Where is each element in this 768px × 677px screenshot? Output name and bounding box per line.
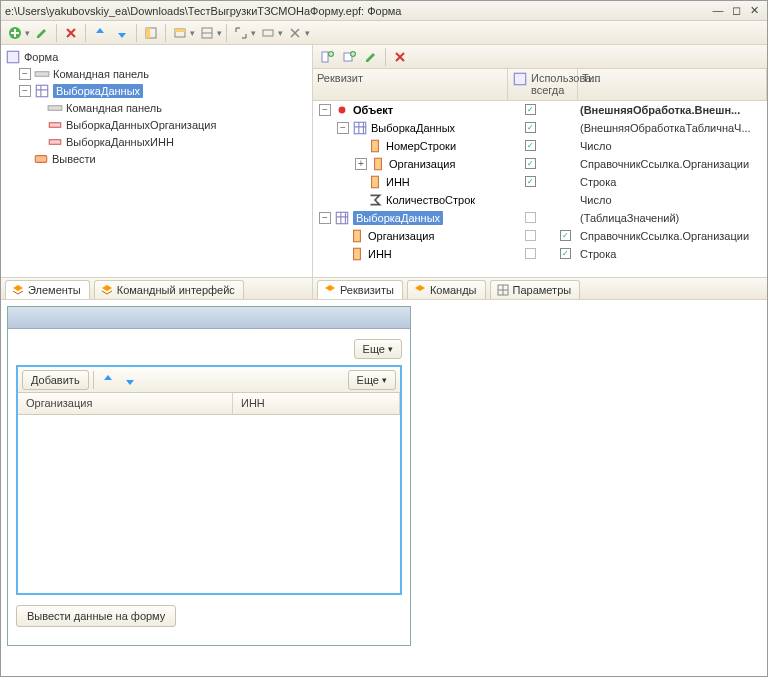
svg-rect-6 — [263, 30, 273, 36]
more-button[interactable]: Еще ▾ — [348, 370, 396, 390]
expand1-icon[interactable] — [231, 23, 251, 43]
add-icon[interactable] — [5, 23, 25, 43]
checkbox[interactable] — [525, 104, 536, 115]
button-icon — [33, 152, 49, 166]
stack-icon — [414, 284, 426, 296]
svg-rect-14 — [322, 52, 328, 62]
checkbox[interactable] — [525, 176, 536, 187]
edit-attr-icon[interactable] — [361, 47, 381, 67]
tab-cmd-interface[interactable]: Командный интерфейс — [94, 280, 244, 299]
tab-elements[interactable]: Элементы — [5, 280, 90, 299]
attr-grid[interactable]: −Объект(ВнешняяОбработка.Внешн...−Выборк… — [313, 101, 767, 277]
expand-toggle[interactable]: − — [319, 212, 331, 224]
layout1-icon[interactable] — [170, 23, 190, 43]
form-tree-pane: Форма −Командная панель −ВыборкаДанных К… — [1, 45, 313, 299]
tree-node-selected[interactable]: ВыборкаДанных — [53, 84, 143, 98]
grid-icon — [497, 284, 509, 296]
checkbox[interactable] — [525, 122, 536, 133]
tree-node[interactable]: Форма — [24, 51, 58, 63]
tree-node[interactable]: ВыборкаДанныхИНН — [66, 136, 174, 148]
attr-row[interactable]: +ОрганизацияСправочникСсылка.Организации — [313, 155, 767, 173]
move-down-icon[interactable] — [112, 23, 132, 43]
minimize-button[interactable]: — — [709, 4, 727, 18]
expand-toggle[interactable]: − — [337, 122, 349, 134]
preview-titlebar — [8, 307, 410, 329]
delete-icon[interactable] — [61, 23, 81, 43]
panel-icon[interactable] — [141, 23, 161, 43]
stack-icon — [101, 284, 113, 296]
svg-rect-12 — [49, 139, 60, 144]
col-org[interactable]: Организация — [18, 393, 233, 414]
expand3-icon[interactable] — [285, 23, 305, 43]
attr-row[interactable]: КоличествоСтрокЧисло — [313, 191, 767, 209]
add-attr-icon[interactable] — [339, 47, 359, 67]
column-icon — [512, 72, 528, 86]
restore-button[interactable]: ◻ — [727, 4, 745, 18]
preview-window: Еще ▾ Добавить Еще ▾ Организация — [7, 306, 411, 646]
attr-row[interactable]: −Объект(ВнешняяОбработка.Внешн... — [313, 101, 767, 119]
checkbox[interactable] — [525, 248, 536, 259]
expand-toggle[interactable]: − — [19, 68, 31, 80]
svg-rect-18 — [514, 73, 525, 84]
toolbar-icon — [47, 101, 63, 115]
more-button[interactable]: Еще ▾ — [354, 339, 402, 359]
table-rows[interactable] — [18, 415, 400, 593]
attr-row[interactable]: −ВыборкаДанных(ТаблицаЗначений) — [313, 209, 767, 227]
tab-attributes[interactable]: Реквизиты — [317, 280, 403, 299]
expand-toggle[interactable]: + — [355, 158, 367, 170]
attr-row[interactable]: ИННСтрока — [313, 245, 767, 263]
table-icon — [34, 84, 50, 98]
field-icon — [47, 118, 63, 132]
add-row-button[interactable]: Добавить — [22, 370, 89, 390]
attr-grid-header: Реквизит Использова... всегда Тип — [313, 69, 767, 101]
attr-row[interactable]: −ВыборкаДанных(ВнешняяОбработкаТабличнаЧ… — [313, 119, 767, 137]
window-title: e:\Users\yakubovskiy_ea\Downloads\ТестВы… — [5, 5, 709, 17]
tab-commands[interactable]: Команды — [407, 280, 486, 299]
right-tabs: Реквизиты Команды Параметры — [313, 277, 767, 299]
move-up-icon[interactable] — [98, 370, 118, 390]
svg-rect-25 — [354, 230, 361, 241]
tree-node[interactable]: Вывести — [52, 153, 96, 165]
close-button[interactable]: ✕ — [745, 4, 763, 18]
attr-row[interactable]: ИННСтрока — [313, 173, 767, 191]
svg-rect-9 — [36, 85, 47, 96]
edit-icon[interactable] — [32, 23, 52, 43]
delete-attr-icon[interactable] — [390, 47, 410, 67]
svg-rect-7 — [7, 51, 18, 62]
expand-toggle[interactable]: − — [319, 104, 331, 116]
left-tabs: Элементы Командный интерфейс — [1, 277, 312, 299]
svg-rect-8 — [35, 71, 49, 76]
move-up-icon[interactable] — [90, 23, 110, 43]
attributes-pane: Реквизит Использова... всегда Тип −Объек… — [313, 45, 767, 299]
preview-table[interactable]: Добавить Еще ▾ Организация ИНН — [16, 365, 402, 595]
checkbox[interactable] — [525, 140, 536, 151]
form-icon — [5, 50, 21, 64]
checkbox[interactable] — [560, 248, 571, 259]
col-inn[interactable]: ИНН — [233, 393, 400, 414]
tab-params[interactable]: Параметры — [490, 280, 581, 299]
svg-rect-10 — [48, 105, 62, 110]
attr-row[interactable]: НомерСтрокиЧисло — [313, 137, 767, 155]
svg-point-19 — [339, 106, 346, 113]
add-columns-icon[interactable] — [317, 47, 337, 67]
form-tree[interactable]: Форма −Командная панель −ВыборкаДанных К… — [1, 45, 312, 277]
attr-row[interactable]: ОрганизацияСправочникСсылка.Организации — [313, 227, 767, 245]
svg-rect-2 — [146, 28, 150, 38]
checkbox[interactable] — [525, 158, 536, 169]
expand-toggle[interactable]: − — [19, 85, 31, 97]
layout2-icon[interactable] — [197, 23, 217, 43]
expand2-icon[interactable] — [258, 23, 278, 43]
output-button[interactable]: Вывести данные на форму — [16, 605, 176, 627]
checkbox[interactable] — [560, 230, 571, 241]
toolbar-icon — [34, 67, 50, 81]
svg-rect-13 — [35, 155, 46, 162]
tree-node[interactable]: ВыборкаДанныхОрганизация — [66, 119, 216, 131]
move-down-icon[interactable] — [120, 370, 140, 390]
svg-rect-22 — [375, 158, 382, 169]
checkbox[interactable] — [525, 212, 536, 223]
field-icon — [47, 135, 63, 149]
checkbox[interactable] — [525, 230, 536, 241]
tree-node[interactable]: Командная панель — [53, 68, 149, 80]
stack-icon — [12, 284, 24, 296]
tree-node[interactable]: Командная панель — [66, 102, 162, 114]
